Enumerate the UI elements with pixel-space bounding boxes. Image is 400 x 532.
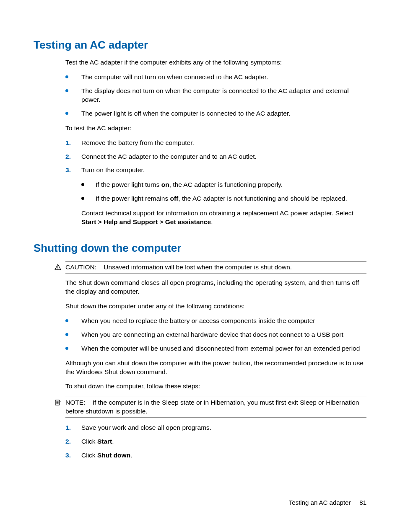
list-item: When the computer will be unused and dis…: [65, 344, 366, 353]
text-bold: off: [170, 195, 178, 202]
text: , the AC adapter is functioning properly…: [169, 181, 283, 188]
list-item: The power light is off when the computer…: [65, 109, 366, 118]
list-item: If the power light remains off, the AC a…: [81, 194, 366, 203]
section-body-2: The Shut down command closes all open pr…: [65, 279, 366, 391]
text-bold: Start > Help and Support > Get assistanc…: [81, 218, 211, 225]
paragraph: Although you can shut down the computer …: [65, 359, 366, 377]
svg-point-2: [57, 269, 58, 269]
list-item: The display does not turn on when the co…: [65, 87, 366, 104]
list-item: If the power light turns on, the AC adap…: [81, 181, 366, 189]
text: If the power light turns: [96, 181, 161, 188]
note-label: NOTE:: [65, 399, 85, 406]
step-item: Connect the AC adapter to the computer a…: [65, 152, 366, 161]
caution-label: CAUTION:: [65, 263, 96, 271]
footer-title: Testing an AC adapter: [289, 499, 351, 506]
text-bold: Shut down: [97, 452, 130, 459]
caution-icon: [55, 264, 61, 271]
text: .: [211, 218, 213, 225]
test-steps: Remove the battery from the computer. Co…: [65, 139, 366, 227]
paragraph: To shut down the computer, follow these …: [65, 382, 366, 391]
text: Click: [81, 438, 97, 445]
paragraph: Contact technical support for informatio…: [81, 209, 366, 227]
page-number: 81: [359, 499, 366, 506]
list-item: When you need to replace the battery or …: [65, 317, 366, 325]
paragraph: To test the AC adapter:: [65, 124, 366, 133]
step-item: Remove the battery from the computer.: [65, 139, 366, 147]
paragraph: Shut down the computer under any of the …: [65, 302, 366, 311]
step-item: Turn on the computer. If the power light…: [65, 166, 366, 227]
list-item: When you are connecting an external hard…: [65, 331, 366, 339]
shutdown-steps: Save your work and close all open progra…: [65, 424, 366, 460]
caution-text: Unsaved information will be lost when th…: [104, 263, 292, 271]
paragraph: The Shut down command closes all open pr…: [65, 279, 366, 296]
text-bold: Start: [97, 438, 112, 445]
text: , the AC adapter is not functioning and …: [178, 195, 347, 202]
heading-testing-ac-adapter: Testing an AC adapter: [34, 38, 366, 52]
text: .: [130, 452, 132, 459]
text-bold: on: [161, 181, 169, 188]
caution-box: CAUTION: Unsaved information will be los…: [54, 261, 366, 274]
text: Click: [81, 452, 97, 459]
conditions-list: When you need to replace the battery or …: [65, 317, 366, 353]
note-icon: [55, 399, 61, 406]
note-text: If the computer is in the Sleep state or…: [65, 399, 359, 415]
page-footer: Testing an AC adapter 81: [289, 498, 366, 507]
text: Contact technical support for informatio…: [81, 209, 353, 217]
heading-shutting-down: Shutting down the computer: [34, 241, 366, 256]
step-item: Click Start.: [65, 437, 366, 446]
step-text: Turn on the computer.: [81, 166, 145, 173]
document-page: Testing an AC adapter Test the AC adapte…: [0, 0, 400, 532]
text: If the power light remains: [96, 195, 170, 202]
paragraph: Test the AC adapter if the computer exhi…: [65, 58, 366, 67]
list-item: The computer will not turn on when conne…: [65, 73, 366, 82]
text: .: [112, 438, 114, 445]
step-item: Click Shut down.: [65, 451, 366, 460]
symptom-list: The computer will not turn on when conne…: [65, 73, 366, 118]
section-body: Test the AC adapter if the computer exhi…: [65, 58, 366, 227]
section-body-3: Save your work and close all open progra…: [65, 424, 366, 460]
step-item: Save your work and close all open progra…: [65, 424, 366, 432]
sub-list: If the power light turns on, the AC adap…: [81, 181, 366, 203]
note-box: NOTE: If the computer is in the Sleep st…: [54, 397, 366, 418]
